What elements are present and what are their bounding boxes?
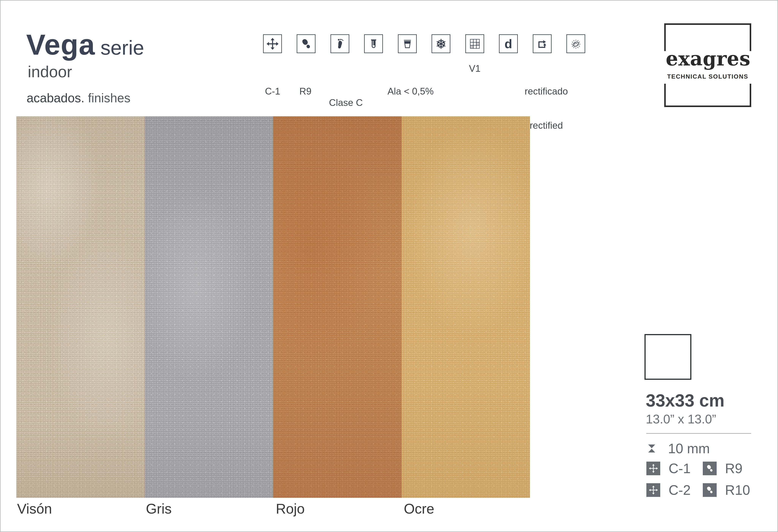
d-letter: d (504, 37, 512, 50)
shade-variation-grid-icon (465, 34, 484, 53)
slip-rating-value: R9 (725, 461, 759, 476)
tile-blotch-texture (273, 116, 401, 498)
size-cm-text: 33x33 cm (646, 390, 724, 411)
test-tube-icon (364, 34, 383, 53)
tile-name-gris: Gris (146, 501, 172, 517)
tile-blotch-texture (16, 116, 145, 498)
absorption-glass-icon (398, 34, 417, 53)
slip-rating-value: R10 (725, 482, 759, 498)
finishes-caption: acabados. finishes (26, 91, 131, 105)
shade-variation-label: V1 (465, 63, 484, 74)
tile-format-outline (644, 334, 691, 380)
logo-tagline: TECHNICAL SOLUTIONS (666, 73, 750, 80)
series-name: Vega (26, 28, 95, 61)
logo-brand-text: exagres (666, 47, 750, 70)
shoe-print-icon (703, 462, 717, 475)
page-title: Vegaserie (26, 28, 144, 61)
series-suffix: serie (100, 36, 144, 59)
shoe-print-icon (703, 483, 717, 497)
shoe-print-icon (297, 34, 315, 53)
finishes-caption-en: finishes (84, 91, 131, 105)
tile-name-vison: Visón (17, 501, 52, 517)
size-inch-text: 13.0” x 13.0” (646, 412, 716, 426)
rating-row-2: C-2 R10 (646, 482, 759, 498)
thickness-value: 10 mm (668, 441, 710, 456)
wear-rating-value: C-1 (669, 461, 703, 476)
move-arrows-icon (646, 462, 660, 475)
move-arrows-icon (646, 483, 660, 497)
rectified-arrows-icon (533, 34, 552, 53)
tile-blotch-texture (401, 116, 530, 498)
tile-name-rojo: Rojo (276, 501, 305, 517)
barefoot-icon (330, 34, 349, 53)
sidebar-divider (646, 433, 751, 434)
exagres-logo: exagres TECHNICAL SOLUTIONS (664, 23, 751, 107)
move-arrows-icon (263, 34, 282, 53)
series-subtitle: indoor (28, 63, 72, 81)
wear-rating-value: C-2 (669, 482, 703, 498)
tile-swatch-strip (16, 116, 530, 498)
finishes-caption-es: acabados. (26, 91, 84, 105)
tile-swatch-vison (16, 116, 145, 498)
thickness-d-icon: d (499, 34, 518, 53)
frost-snowflake-icon (432, 34, 450, 53)
tile-swatch-rojo (273, 116, 401, 498)
hourglass-icon (646, 443, 657, 454)
tile-swatch-gris (145, 116, 273, 498)
tile-swatch-ocre (401, 116, 530, 498)
tile-blotch-texture (145, 116, 273, 498)
antibacterial-microbe-icon (566, 34, 585, 53)
tile-name-ocre: Ocre (404, 501, 434, 517)
thickness-row: 10 mm (646, 441, 710, 456)
rating-row-1: C-1 R9 (646, 461, 759, 476)
